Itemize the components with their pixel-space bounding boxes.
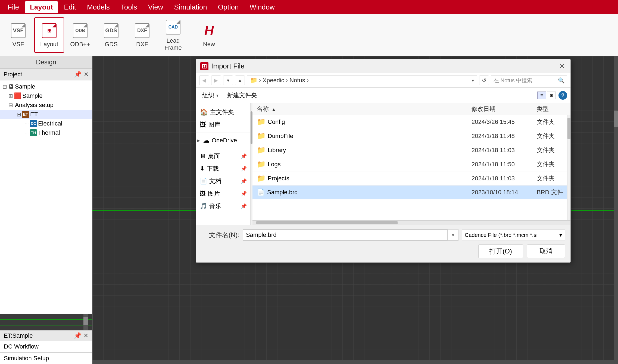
filename-row: 文件名(N): Sample.brd ▾ Cadence File (*.brd… <box>201 229 565 241</box>
h-scroll-thumb <box>256 221 398 224</box>
gds-icon: GDS <box>104 23 118 38</box>
close-icon[interactable]: ✕ <box>84 71 89 78</box>
onedrive-icon: ☁ <box>203 137 210 144</box>
new-folder-button[interactable]: 新建文件夹 <box>224 90 260 101</box>
view-toggle: ≡ ⊞ <box>537 92 556 99</box>
menu-layout[interactable]: Layout <box>25 1 58 13</box>
tree-item-sample-root[interactable]: ⊟ 🖥 Sample <box>0 82 92 91</box>
dialog-toolbar: 组织 ▾ 新建文件夹 ≡ ⊞ ? <box>196 88 570 103</box>
path-xpeedic[interactable]: Xpeedic <box>263 77 284 84</box>
view-details-button[interactable]: ≡ <box>537 92 546 99</box>
layout-label: Layout <box>40 41 58 48</box>
nav-desktop[interactable]: 🖥 桌面 📌 <box>196 150 250 162</box>
col-type-header[interactable]: 类型 <box>532 105 570 113</box>
dialog-close-button[interactable]: ✕ <box>558 62 566 70</box>
menu-models[interactable]: Models <box>82 1 115 13</box>
import-icon <box>202 64 207 69</box>
nav-documents[interactable]: 📄 文档 📌 <box>196 175 250 187</box>
tree-item-thermal[interactable]: ··· TH Thermal <box>0 128 92 137</box>
refresh-button[interactable]: ↺ <box>479 76 489 85</box>
canvas-area[interactable]: Import File ✕ ◀ ▶ ▾ ▲ 📁 › Xpeedic › Not <box>92 56 618 364</box>
h-scrollbar[interactable] <box>252 220 570 225</box>
toolbar-vsf-button[interactable]: VSF VSF <box>3 17 33 53</box>
tree-item-et[interactable]: ⊟ ET ET <box>0 110 92 119</box>
home-icon: 🏠 <box>200 108 208 116</box>
nav-music[interactable]: 🎵 音乐 📌 <box>196 200 250 212</box>
file-type-projects: 文件夹 <box>532 174 570 183</box>
sidebar-scroll-thumb <box>251 111 252 144</box>
bottom-panel-title: ET:Sample <box>4 332 33 339</box>
view-grid-button[interactable]: ⊞ <box>547 92 556 99</box>
toolbar-odb-button[interactable]: ODB ODB++ <box>65 17 95 53</box>
dialog-title-icon <box>200 62 208 70</box>
new-icon-area: H <box>201 22 217 39</box>
path-notus[interactable]: Notus <box>289 77 305 84</box>
tree-item-analysis[interactable]: ⊟ Analysis setup <box>0 101 92 110</box>
file-date-dumpfile: 2024/1/18 11:48 <box>467 133 532 140</box>
file-row-dumpfile[interactable]: 📁 DumpFile 2024/1/18 11:48 文件夹 <box>252 129 570 143</box>
svg-marker-2 <box>203 67 205 68</box>
filename-input[interactable]: Sample.brd <box>243 230 447 240</box>
menu-window[interactable]: Window <box>245 1 279 13</box>
et-icon: ET <box>22 111 29 118</box>
menu-edit[interactable]: Edit <box>59 1 81 13</box>
leadframe-label: LeadFrame <box>164 37 182 52</box>
col-date-header[interactable]: 修改日期 <box>467 105 532 113</box>
file-row-projects[interactable]: 📁 Projects 2024/1/18 11:03 文件夹 <box>252 171 570 186</box>
nav-gallery-label: 图库 <box>208 121 220 129</box>
toolbar-layout-button[interactable]: ⊞ Layout <box>34 17 64 53</box>
tree-item-sample[interactable]: ⊞ 🟥 Sample <box>0 91 92 101</box>
nav-documents-label: 文档 <box>209 177 221 185</box>
project-panel: Project 📌 ✕ ⊟ 🖥 Sample ⊞ 🟥 Sam <box>0 68 92 314</box>
file-date-config: 2024/3/26 15:45 <box>467 118 532 125</box>
filetype-select[interactable]: Cadence File (*.brd *.mcm *.si ▾ <box>462 230 565 240</box>
menu-simulation[interactable]: Simulation <box>169 1 212 13</box>
vsf-label: VSF <box>13 41 24 48</box>
file-scrollbar[interactable] <box>567 115 570 220</box>
cancel-button[interactable]: 取消 <box>527 244 565 258</box>
nav-onedrive[interactable]: ▶ ☁ OneDrive <box>196 134 250 146</box>
pin-icon[interactable]: 📌 <box>74 71 82 78</box>
file-type-logs: 文件夹 <box>532 160 570 168</box>
path-dropdown-arrow[interactable]: ▾ <box>472 78 474 83</box>
toolbar-dxf-button[interactable]: DXF DXF <box>127 17 157 53</box>
menu-tools[interactable]: Tools <box>116 1 142 13</box>
dialog-overlay: Import File ✕ ◀ ▶ ▾ ▲ 📁 › Xpeedic › Not <box>92 56 618 364</box>
nav-gallery[interactable]: 🖼 图库 <box>196 118 250 131</box>
organize-button[interactable]: 组织 ▾ <box>199 90 221 101</box>
nav-bar: ◀ ▶ ▾ ▲ 📁 › Xpeedic › Notus › ▾ ↺ <box>196 73 570 88</box>
help-button[interactable]: ? <box>558 91 567 100</box>
filename-dropdown[interactable]: ▾ <box>447 230 458 240</box>
menu-option[interactable]: Option <box>213 1 244 13</box>
nav-downloads[interactable]: ⬇ 下载 📌 <box>196 162 250 175</box>
search-bar[interactable]: 在 Notus 中搜索 🔍 <box>491 76 567 85</box>
nav-forward-button[interactable]: ▶ <box>211 76 221 85</box>
nav-back-button[interactable]: ◀ <box>199 76 209 85</box>
col-name-header[interactable]: 名称 ▲ <box>252 105 467 113</box>
file-row-sample-brd[interactable]: 📄 Sample.brd 2023/10/10 18:14 BRD 文件 <box>252 186 570 199</box>
file-row-logs[interactable]: 📁 Logs 2024/1/18 11:50 文件夹 <box>252 157 570 171</box>
folder-icon-config: 📁 <box>257 118 266 126</box>
nav-up-button[interactable]: ▲ <box>235 76 245 85</box>
search-icon[interactable]: 🔍 <box>558 77 565 84</box>
gallery-icon: 🖼 <box>200 121 206 128</box>
menu-file[interactable]: File <box>3 1 24 13</box>
sidebar-scrollbar[interactable] <box>250 103 252 225</box>
file-name-logs: 📁 Logs <box>252 160 467 168</box>
toolbar-new-button[interactable]: H New <box>194 17 224 53</box>
nav-home[interactable]: 🏠 主文件夹 <box>196 106 250 118</box>
file-date-library: 2024/1/18 11:03 <box>467 147 532 154</box>
file-row-library[interactable]: 📁 Library 2024/1/18 11:03 文件夹 <box>252 143 570 157</box>
nav-pictures[interactable]: 🖼 图片 📌 <box>196 187 250 200</box>
bottom-close-icon[interactable]: ✕ <box>83 332 88 339</box>
menu-view[interactable]: View <box>143 1 168 13</box>
toolbar-gds-button[interactable]: GDS GDS <box>96 17 126 53</box>
bottom-pin-icon[interactable]: 📌 <box>74 332 81 339</box>
dot-icon-thermal: ··· <box>25 130 29 136</box>
toolbar-leadframe-button[interactable]: CAD LeadFrame <box>158 17 188 53</box>
nav-dropdown-button[interactable]: ▾ <box>223 76 233 85</box>
file-row-config[interactable]: 📁 Config 2024/3/26 15:45 文件夹 <box>252 115 570 129</box>
tree-item-electrical[interactable]: ··· DC Electrical <box>0 119 92 128</box>
menu-bar: File Layout Edit Models Tools View Simul… <box>0 0 618 14</box>
open-button[interactable]: 打开(O) <box>478 244 523 258</box>
